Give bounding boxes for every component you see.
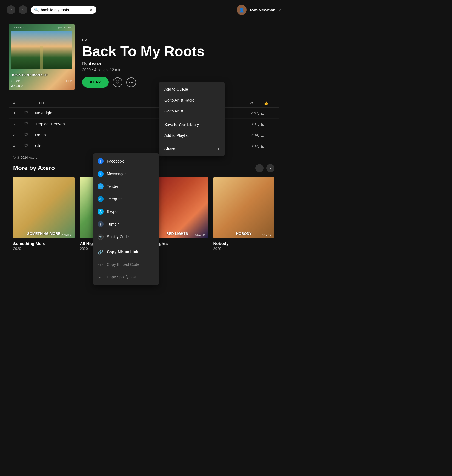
- card-title-overlay: SOMETHING MORE: [27, 232, 60, 236]
- share-submenu: f Facebook ✈ Messenger 🐦 Twitter ✈ Teleg…: [93, 153, 159, 285]
- like-button[interactable]: ♡: [113, 77, 122, 87]
- embed-code-icon: </>: [98, 261, 104, 267]
- menu-item-go-to-artist[interactable]: Go to Artist: [159, 106, 225, 117]
- cover-logo: AXERO: [11, 84, 72, 88]
- tumblr-icon: t: [98, 221, 104, 227]
- track-waveform: [258, 144, 274, 148]
- facebook-icon: f: [98, 158, 104, 164]
- track-heart-icon[interactable]: ♡: [24, 121, 35, 126]
- track-waveform: [258, 133, 274, 137]
- share-item-copy-spotify-uri[interactable]: ⋯ Copy Spotify URI: [93, 271, 159, 283]
- track-heart-icon[interactable]: ♡: [24, 110, 35, 116]
- share-item-twitter[interactable]: 🐦 Twitter: [93, 180, 159, 193]
- artist-link[interactable]: Axero: [88, 62, 101, 66]
- menu-separator: [159, 142, 225, 142]
- track-waveform: [258, 111, 274, 115]
- context-menu: Add to Queue Go to Artist Radio Go to Ar…: [159, 82, 225, 156]
- menu-item-label: Save to Your Library: [164, 122, 199, 127]
- share-item-label: Copy Embed Code: [107, 262, 139, 267]
- twitter-icon: 🐦: [98, 183, 104, 189]
- album-card-title: Something More: [13, 241, 75, 246]
- play-button[interactable]: PLAY: [82, 77, 109, 88]
- album-card-year: 2020: [213, 247, 275, 251]
- more-by-next-button[interactable]: ›: [266, 164, 274, 172]
- spotify-code-icon: 📷: [98, 234, 104, 240]
- card-logo-overlay: AXERO: [195, 233, 205, 236]
- track-duration: 2:53: [236, 111, 258, 115]
- search-icon: 🔍: [34, 8, 39, 12]
- heart-icon: ♡: [116, 80, 119, 85]
- col-heart-header: [24, 101, 35, 105]
- share-item-copy-album-link[interactable]: 🔗 Copy Album Link: [93, 246, 159, 258]
- track-heart-icon[interactable]: ♡: [24, 143, 35, 148]
- share-item-label: Skype: [107, 209, 118, 214]
- messenger-icon: ✈: [98, 171, 104, 177]
- track-list-header: # TITLE ⏱ 👍: [9, 99, 279, 108]
- copyright-text: © ℗ 2020 Axero: [13, 156, 37, 160]
- menu-item-add-to-playlist[interactable]: Add to Playlist ›: [159, 130, 225, 141]
- chevron-down-icon[interactable]: ∨: [278, 8, 281, 12]
- menu-item-go-to-artist-radio[interactable]: Go to Artist Radio: [159, 95, 225, 106]
- top-nav: ‹ › 🔍 ✕ 👤 Tom Newman ∨: [0, 0, 288, 20]
- menu-item-label: Go to Artist Radio: [164, 98, 194, 102]
- album-card-title: Nobody: [213, 241, 275, 246]
- share-item-copy-embed-code[interactable]: </> Copy Embed Code: [93, 258, 159, 271]
- album-card-image: NOBODY AXERO: [213, 177, 275, 238]
- menu-item-label: Share: [164, 147, 175, 151]
- more-by-prev-button[interactable]: ‹: [255, 164, 264, 172]
- submenu-arrow-icon: ›: [218, 147, 219, 151]
- close-icon[interactable]: ✕: [90, 8, 93, 12]
- more-dots-icon: •••: [129, 80, 134, 85]
- track-heart-icon[interactable]: ♡: [24, 132, 35, 137]
- track-list: # TITLE ⏱ 👍 1 ♡ Nostalgia 2:53 2 ♡ Tropi…: [9, 99, 279, 151]
- track-waveform: [258, 122, 274, 126]
- forward-button[interactable]: ›: [19, 5, 27, 14]
- track-number: 1: [13, 111, 24, 115]
- track-duration: 3:31: [236, 122, 258, 126]
- table-row: 2 ♡ Tropical Heaven 3:31: [9, 119, 279, 129]
- album-cover-art: 1. Nostalgia 2. Tropical Heaven BACK TO …: [9, 24, 75, 90]
- cover-track3-label: 3. Roots: [11, 80, 20, 82]
- col-like-header: 👍: [258, 101, 274, 105]
- menu-item-share[interactable]: Share ›: [159, 143, 225, 154]
- share-item-messenger[interactable]: ✈ Messenger: [93, 168, 159, 180]
- share-item-facebook[interactable]: f Facebook: [93, 155, 159, 168]
- copy-link-icon: 🔗: [98, 249, 104, 255]
- menu-item-add-to-queue[interactable]: Add to Queue: [159, 84, 225, 95]
- track-number: 2: [13, 122, 24, 126]
- share-item-telegram[interactable]: ✈ Telegram: [93, 193, 159, 205]
- album-card-year: 2020: [13, 247, 75, 251]
- album-type-label: EP: [82, 38, 205, 42]
- skype-icon: S: [98, 209, 104, 215]
- menu-item-save-to-library[interactable]: Save to Your Library: [159, 119, 225, 130]
- share-item-label: Telegram: [107, 197, 123, 201]
- album-header: 1. Nostalgia 2. Tropical Heaven BACK TO …: [9, 20, 279, 96]
- menu-item-label: Go to Artist: [164, 109, 183, 113]
- share-item-label: Facebook: [107, 159, 124, 163]
- card-logo-overlay: AXERO: [61, 233, 71, 236]
- search-bar[interactable]: 🔍 ✕: [31, 6, 96, 14]
- table-row: 4 ♡ Old 3:33: [9, 140, 279, 151]
- more-by-title: More by Axero: [13, 165, 55, 172]
- share-item-skype[interactable]: S Skype: [93, 205, 159, 218]
- telegram-icon: ✈: [98, 196, 104, 202]
- list-item[interactable]: NOBODY AXERO Nobody 2020: [213, 177, 275, 251]
- share-item-label: Copy Spotify URI: [107, 275, 136, 279]
- table-row: 1 ♡ Nostalgia 2:53: [9, 108, 279, 119]
- share-item-spotify-code[interactable]: 📷 Spotify Code: [93, 230, 159, 243]
- avatar: 👤: [237, 5, 247, 15]
- more-options-button[interactable]: •••: [126, 77, 136, 87]
- list-item[interactable]: SOMETHING MORE AXERO Something More 2020: [13, 177, 75, 251]
- search-input[interactable]: [41, 8, 87, 12]
- col-duration-header: ⏱: [236, 101, 258, 105]
- share-item-tumblr[interactable]: t Tumblr: [93, 218, 159, 230]
- submenu-arrow-icon: ›: [218, 134, 219, 137]
- track-number: 3: [13, 132, 24, 137]
- track-number: 4: [13, 143, 24, 148]
- menu-item-label: Add to Playlist: [164, 133, 189, 138]
- share-item-label: Copy Album Link: [107, 250, 138, 254]
- track-duration: 3:33: [236, 144, 258, 148]
- back-button[interactable]: ‹: [7, 5, 15, 14]
- album-title: Back To My Roots: [82, 44, 205, 59]
- nav-left: ‹ › 🔍 ✕: [7, 5, 96, 14]
